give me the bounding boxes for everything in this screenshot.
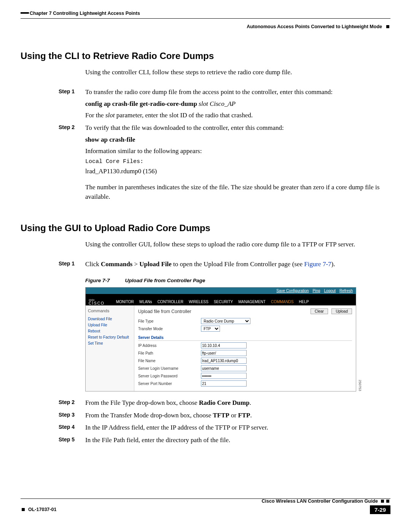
s2-step3-label: Step 3 (59, 411, 85, 420)
step1-label: Step 1 (59, 88, 85, 120)
username-label: Server Login Username (138, 366, 201, 371)
link-refresh[interactable]: Refresh (339, 289, 353, 293)
heading-cli-retrieve: Using the CLI to Retrieve Radio Core Dum… (21, 51, 390, 61)
filename-input[interactable] (201, 358, 247, 364)
marker-icon (22, 508, 25, 511)
nav-help[interactable]: HELP (299, 300, 309, 304)
step1-text: To transfer the radio core dump file fro… (85, 88, 390, 97)
chapter-title: Chapter 7 Controlling Lightweight Access… (30, 11, 140, 16)
nav-wlans[interactable]: WLANs (139, 300, 152, 304)
upload-button[interactable]: Upload (331, 308, 352, 314)
cisco-logo: ı|ıı|ıı CISCO (89, 299, 105, 305)
sidebar-title: Commands (88, 308, 132, 313)
footer-guide-title: Cisco Wireless LAN Controller Configurat… (262, 498, 378, 504)
server-details-header: Server Details (138, 335, 352, 341)
ss-utility-bar: Save Configuration Ping Logout Refresh (86, 288, 356, 294)
nav-management[interactable]: MANAGEMENT (238, 300, 266, 304)
transfer-mode-label: Transfer Mode (138, 327, 201, 331)
sidebar-reboot[interactable]: Reboot (88, 329, 132, 333)
step2-output-line: lrad_AP1130.rdump0 (156) (85, 167, 390, 176)
footer-docid: OL-17037-01 (28, 507, 56, 512)
ss-sidebar: Commands Download File Upload File Reboo… (86, 305, 134, 391)
path-input[interactable] (201, 350, 247, 356)
main-nav: MONITOR WLANs CONTROLLER WIRELESS SECURI… (116, 300, 309, 305)
step2-label: Step 2 (59, 123, 85, 202)
s2-step4-text: In the IP Address field, enter the IP ad… (85, 423, 390, 433)
figure-link[interactable]: Figure 7-7 (304, 260, 331, 268)
heading-gui-upload: Using the GUI to Upload Radio Core Dumps (21, 223, 390, 233)
port-label: Server Port Number (138, 382, 201, 386)
s2-step5-label: Step 5 (59, 436, 85, 445)
panel-title: Upload file from Controller (138, 309, 191, 314)
section-path: Autonomous Access Points Converted to Li… (247, 24, 382, 29)
ip-label: IP Address (138, 343, 201, 348)
s2-step4-label: Step 4 (59, 423, 85, 433)
sidebar-download-file[interactable]: Download File (88, 317, 132, 321)
step2-text: To verify that the file was downloaded t… (85, 123, 390, 133)
section2-intro: Using the controller GUI, follow these s… (85, 240, 390, 249)
sidebar-reset-factory[interactable]: Reset to Factory Default (88, 335, 132, 339)
marker-icon (381, 500, 384, 503)
password-label: Server Login Password (138, 374, 201, 378)
file-type-select[interactable]: Radio Core Dump (201, 318, 250, 324)
nav-monitor[interactable]: MONITOR (116, 300, 134, 304)
s2-step1-label: Step 1 (59, 260, 85, 269)
step2-command: show ap crash-file (85, 135, 390, 145)
step1-command-arg: slot Cisco_AP (199, 100, 236, 107)
marker-icon (386, 500, 389, 503)
nav-wireless[interactable]: WIRELESS (189, 300, 209, 304)
figure-caption: Figure 7-7Upload File from Controller Pa… (85, 278, 390, 283)
link-ping[interactable]: Ping (312, 289, 320, 293)
s2-step1-body: Click Commands > Upload File to open the… (85, 260, 390, 269)
section1-intro: Using the controller CLI, follow these s… (85, 68, 390, 77)
nav-commands[interactable]: COMMANDS (271, 300, 293, 304)
nav-controller[interactable]: CONTROLLER (158, 300, 183, 304)
link-save-config[interactable]: Save Configuration (276, 289, 309, 293)
path-label: File Path (138, 351, 201, 355)
password-input[interactable] (201, 373, 247, 379)
sidebar-set-time[interactable]: Set Time (88, 341, 132, 345)
marker-icon (386, 25, 389, 28)
step2-note: The number in parentheses indicates the … (85, 183, 390, 201)
ip-input[interactable] (201, 342, 247, 348)
figure-screenshot: Save Configuration Ping Logout Refresh ı… (85, 287, 356, 391)
step2-output-header: Local Core Files: (85, 158, 390, 166)
nav-security[interactable]: SECURITY (214, 300, 233, 304)
filename-label: File Name (138, 359, 201, 363)
step1-command-bold: config ap crash-file get-radio-core-dump (85, 100, 199, 107)
s2-step2-label: Step 2 (59, 398, 85, 408)
file-type-label: File Type (138, 319, 201, 323)
link-logout[interactable]: Logout (324, 289, 336, 293)
username-input[interactable] (201, 365, 247, 371)
figure-id: 250753 (358, 380, 362, 391)
step2-info: Information similar to the following app… (85, 147, 390, 156)
transfer-mode-select[interactable]: FTP (201, 326, 220, 332)
s2-step5-text: In the File Path field, enter the direct… (85, 436, 390, 445)
running-header: Chapter 7 Controlling Lightweight Access… (21, 11, 390, 16)
clear-button[interactable]: Clear (311, 308, 328, 314)
port-input[interactable] (201, 380, 247, 387)
sidebar-upload-file[interactable]: Upload File (88, 323, 132, 327)
page-number: 7-29 (370, 505, 390, 514)
